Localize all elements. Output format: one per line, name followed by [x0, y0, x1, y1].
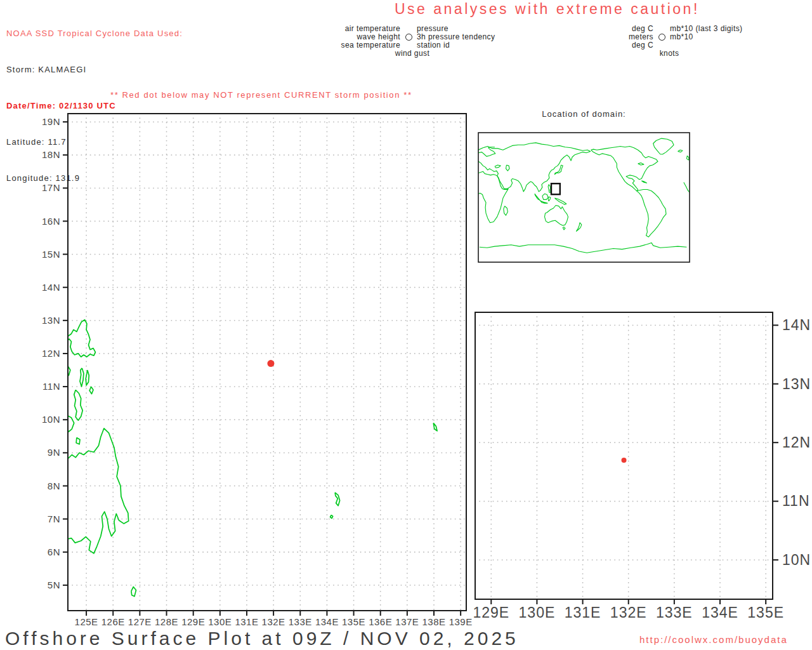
- coastline-island_c: [86, 370, 89, 385]
- main-plot-x-label: 139E: [449, 616, 473, 627]
- main-plot-grid: [68, 114, 466, 611]
- world-coastline-west_africa_edge: [684, 182, 690, 192]
- world-coastline-black_sea: [495, 165, 501, 168]
- world-map-inset: [478, 133, 690, 262]
- main-plot-y-label: 8N: [48, 481, 60, 491]
- detail-plot-x-label: 133E: [656, 604, 693, 621]
- detail-plot-y-label: 13N: [782, 376, 811, 392]
- main-plot-y-label: 14N: [42, 282, 60, 293]
- world-coastline-sulawesi: [548, 197, 551, 201]
- detail-plot-y-label: 14N: [782, 317, 811, 333]
- main-plot-x-label: 133E: [289, 616, 312, 627]
- main-plot-y-label: 17N: [42, 182, 60, 193]
- coastline-yap: [433, 423, 437, 431]
- detail-plot-border: [475, 312, 773, 599]
- main-plot-y-label: 10N: [42, 414, 60, 425]
- world-coastlines: [478, 138, 690, 253]
- main-plot-x-label: 129E: [181, 616, 205, 627]
- world-coastline-sumatra_java: [535, 194, 547, 203]
- world-coastline-cuba: [641, 181, 646, 183]
- coastline-bohol: [68, 416, 74, 432]
- main-plot-tick-labels: 125E126E127E128E129E130E131E132E133E134E…: [42, 116, 473, 627]
- world-coastline-madagascar: [504, 206, 508, 216]
- world-coastline-tasmania: [563, 227, 565, 230]
- coastline-leyte: [74, 390, 83, 420]
- main-plot-ticks: [63, 122, 461, 616]
- page-title: Offshore Surface Plot at 09Z / NOV 02, 2…: [5, 628, 519, 649]
- world-coastline-caspian_sea: [506, 165, 510, 171]
- main-plot-y-label: 9N: [48, 447, 60, 458]
- main-plot-x-label: 137E: [395, 616, 419, 627]
- main-plot: 125E126E127E128E129E130E131E132E133E134E…: [42, 114, 473, 627]
- domain-rect: [551, 183, 560, 194]
- coastline-island_b: [80, 368, 84, 387]
- world-coastline-australia: [545, 206, 568, 226]
- main-plot-x-label: 126E: [102, 616, 125, 627]
- coastline-camiguin: [76, 437, 80, 444]
- detail-plot-x-label: 131E: [565, 604, 601, 621]
- main-plot-y-label: 12N: [42, 348, 60, 359]
- main-plot-y-label: 13N: [42, 315, 60, 326]
- detail-plot-x-label: 134E: [702, 604, 738, 621]
- detail-plot-x-label: 135E: [747, 604, 784, 621]
- main-plot-x-label: 134E: [315, 616, 339, 627]
- world-coastline-borneo: [542, 194, 548, 199]
- coastline-samar: [68, 320, 95, 357]
- main-plot-x-label: 125E: [75, 616, 98, 627]
- detail-plot-storm-dot: [622, 458, 627, 463]
- world-coastline-great_lakes: [638, 163, 644, 165]
- main-plot-x-label: 130E: [208, 616, 232, 627]
- main-plot-border: [68, 114, 466, 611]
- main-plot-x-label: 128E: [155, 616, 178, 627]
- main-plot-x-label: 132E: [262, 616, 285, 627]
- detail-plot-grid: [475, 312, 773, 599]
- main-plot-y-label: 15N: [42, 249, 60, 260]
- main-plot-y-label: 7N: [48, 514, 60, 524]
- detail-plot-x-label: 129E: [473, 604, 509, 621]
- world-coastline-greenland: [653, 138, 674, 154]
- world-coastline-new_guinea: [554, 198, 566, 204]
- main-plot-y-label: 16N: [42, 216, 60, 227]
- plot-canvas: 125E126E127E128E129E130E131E132E133E134E…: [0, 0, 812, 650]
- coastline-talaud: [131, 587, 136, 597]
- detail-plot-y-label: 11N: [782, 493, 810, 509]
- world-coastline-new_zealand: [577, 223, 582, 232]
- detail-plot-tick-labels: 129E130E131E132E133E134E135E14N13N12N11N…: [473, 317, 811, 621]
- world-coastline-uk: [686, 156, 689, 160]
- main-plot-x-label: 131E: [235, 616, 258, 627]
- coastline-mindanao: [68, 428, 129, 554]
- main-plot-y-label: 19N: [42, 116, 60, 127]
- main-plot-y-label: 6N: [48, 547, 60, 557]
- main-plot-y-label: 11N: [43, 381, 60, 392]
- detail-plot-ticks: [491, 325, 778, 604]
- detail-plot-y-label: 12N: [782, 434, 811, 451]
- world-coastline-iceland: [678, 150, 683, 152]
- buoy-plot-page: NOAA SSD Tropical Cyclone Data Used: Sto…: [0, 0, 812, 650]
- main-plot-x-label: 135E: [342, 616, 365, 627]
- world-coastline-antarctica: [480, 242, 687, 253]
- main-plot-coastlines: [68, 320, 437, 597]
- world-coastline-north_america: [591, 147, 658, 191]
- main-plot-y-label: 5N: [48, 580, 60, 590]
- main-plot-x-label: 136E: [369, 616, 392, 627]
- world-coastline-south_america: [637, 190, 666, 237]
- detail-plot-x-label: 132E: [610, 604, 647, 621]
- detail-plot-x-label: 130E: [519, 604, 556, 621]
- main-plot-x-label: 138E: [422, 616, 445, 627]
- detail-plot-y-label: 10N: [782, 552, 811, 568]
- coastline-palau: [335, 493, 340, 506]
- main-plot-x-label: 127E: [128, 616, 152, 627]
- source-url-link[interactable]: http://coolwx.com/buoydata: [639, 634, 788, 645]
- main-plot-y-label: 18N: [42, 149, 60, 160]
- world-coastline-africa: [478, 171, 508, 223]
- coastline-palau_south: [331, 515, 333, 518]
- detail-plot: 129E130E131E132E133E134E135E14N13N12N11N…: [473, 312, 811, 621]
- main-plot-storm-dot: [267, 360, 274, 367]
- coastline-island_d: [89, 387, 93, 394]
